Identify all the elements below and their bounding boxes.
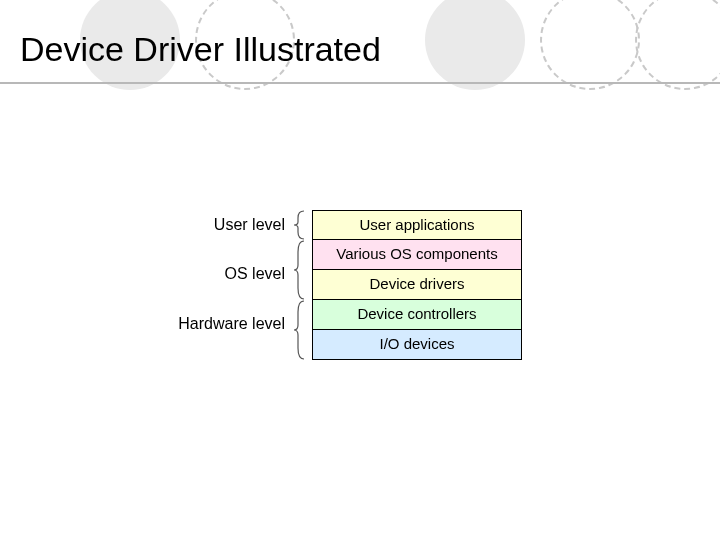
bg-circle-dashed [635,0,720,90]
level-hardware-label: Hardware level [178,315,285,333]
level-user-label: User level [214,216,285,234]
title-underline [0,82,720,84]
bg-circle-dashed [540,0,640,90]
box-io-devices: I/O devices [312,330,522,360]
layer-stack: User applications Various OS components … [312,210,522,360]
box-user-applications: User applications [312,210,522,240]
level-os-label: OS level [225,265,285,283]
brace-icon [292,210,306,240]
page-title: Device Driver Illustrated [20,30,381,69]
box-device-controllers: Device controllers [312,300,522,330]
box-device-drivers: Device drivers [312,270,522,300]
bg-circle [425,0,525,90]
brace-icon [292,240,306,300]
box-os-components: Various OS components [312,240,522,270]
brace-icon [292,300,306,360]
